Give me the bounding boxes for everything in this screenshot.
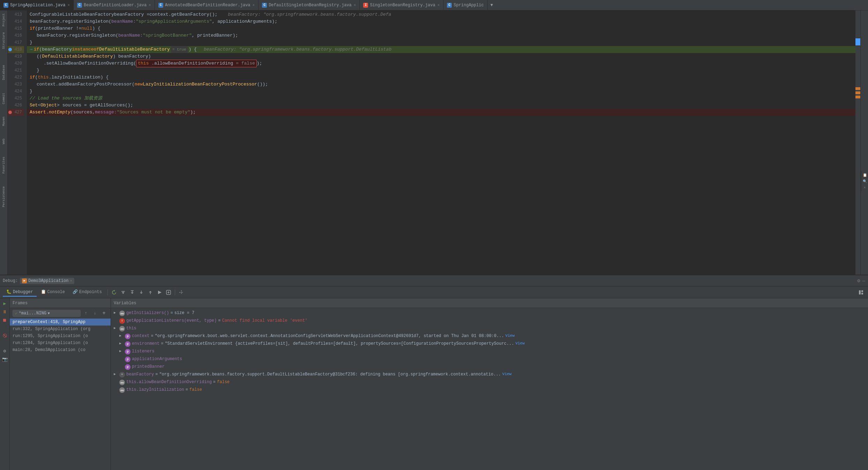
expand-listeners[interactable]: ▶ bbox=[119, 349, 125, 353]
variables-panel-header: Variables bbox=[111, 298, 868, 308]
frames-nav-up[interactable]: ↑ bbox=[82, 309, 90, 317]
var-item-getlisteners[interactable]: ▶ ! getApplicationListeners(event, type)… bbox=[111, 317, 868, 325]
frames-add[interactable]: + bbox=[100, 309, 108, 317]
tab-close-beandefinitionloader[interactable]: × bbox=[149, 3, 151, 7]
tab-overflow-button[interactable]: ▼ bbox=[488, 3, 496, 8]
thread-selector[interactable]: ✓ *mai...NING ▼ bbox=[13, 310, 81, 317]
debug-btn-run-cursor[interactable] bbox=[155, 288, 164, 297]
debug-btn-trace[interactable] bbox=[177, 288, 186, 297]
expand-appargs[interactable]: ▶ bbox=[119, 357, 125, 361]
var-name-environment: environment bbox=[132, 341, 159, 346]
tab-icon-singletonbeanregistry: I bbox=[363, 3, 368, 8]
var-item-beanfactory[interactable]: ▶ = beanFactory = "org.springframework.b… bbox=[111, 371, 868, 379]
var-eq-getinitializers: = bbox=[170, 311, 173, 315]
tab-defaultsingleton[interactable]: C DefaultSingletonBeanRegistry.java × bbox=[259, 0, 360, 10]
tab-close-springapplication[interactable]: × bbox=[67, 3, 70, 7]
right-gutter bbox=[855, 10, 860, 275]
debug-minimize-icon[interactable]: — bbox=[862, 278, 865, 284]
var-type-err-getlisteners: ! bbox=[119, 318, 125, 324]
var-item-environment[interactable]: ▶ p environment = "StandardServletEnviro… bbox=[111, 340, 868, 348]
debugger-tab-icon: 🐛 bbox=[6, 289, 12, 294]
debug-tab-debugger[interactable]: 🐛 Debugger bbox=[3, 288, 37, 297]
step-into-icon bbox=[130, 290, 135, 295]
var-item-listeners[interactable]: ▶ p listeners bbox=[111, 348, 868, 356]
debug-btn-evaluate[interactable] bbox=[164, 288, 173, 297]
redbox-420: this .allowBeanDefinitionOverriding = fa… bbox=[136, 60, 257, 67]
ctrl-pause[interactable]: ⏸ bbox=[1, 308, 9, 316]
line-num-422: 422 bbox=[8, 74, 24, 81]
sidebar-web[interactable]: Web bbox=[2, 137, 6, 146]
scroll-indicator-active bbox=[855, 38, 860, 45]
frame-item-4[interactable]: main:28, Demo3Application (co bbox=[10, 346, 111, 353]
debug-session[interactable]: ▶ Demo3Application × bbox=[20, 278, 74, 284]
sidebar-persistence[interactable]: Persistence bbox=[2, 185, 6, 208]
tab-annotatedbeandefinitionreader[interactable]: C AnnotatedBeanDefinitionReader.java × bbox=[155, 0, 259, 10]
endpoints-tab-icon: 🔗 bbox=[73, 289, 78, 294]
expand-beanfactory[interactable]: ▶ bbox=[114, 372, 119, 376]
debug-tab-label-console: Console bbox=[47, 290, 65, 294]
code-line-413: ConfigurableListableBeanFactory beanFact… bbox=[27, 11, 855, 18]
var-view-environment[interactable]: View bbox=[515, 341, 524, 345]
var-item-lazyinit[interactable]: ▶ oo this.lazyInitialization = false bbox=[111, 386, 868, 394]
var-eq-context: = bbox=[151, 334, 153, 338]
sidebar-maven[interactable]: Maven bbox=[2, 115, 6, 127]
frame-item-2[interactable]: run:1295, SpringApplication (o bbox=[10, 333, 111, 340]
ctrl-camera[interactable]: 📷 bbox=[1, 356, 9, 363]
frame-item-3[interactable]: run:1284, SpringApplication (o bbox=[10, 340, 111, 346]
frames-nav-down[interactable]: ↓ bbox=[91, 309, 99, 317]
var-view-beanfactory[interactable]: View bbox=[502, 372, 511, 376]
expand-context[interactable]: ▶ bbox=[119, 334, 125, 338]
sidebar-project[interactable]: Project bbox=[2, 12, 6, 28]
expand-this[interactable]: ▶ bbox=[114, 326, 119, 330]
debug-btn-layout[interactable] bbox=[857, 288, 865, 297]
sidebar-database[interactable]: Database bbox=[2, 64, 6, 81]
tab-springapplic[interactable]: C SpringApplic bbox=[443, 0, 487, 10]
frame-item-0[interactable]: prepareContext:418, SpringApp bbox=[10, 319, 111, 326]
var-item-appargs[interactable]: ▶ p applicationArguments bbox=[111, 356, 868, 363]
tab-springapplication[interactable]: C SpringApplication.java × bbox=[0, 0, 74, 10]
expand-allowoverride[interactable]: ▶ bbox=[114, 380, 119, 384]
tab-close-defaultsingleton[interactable]: × bbox=[354, 3, 356, 7]
ctrl-mute[interactable] bbox=[1, 332, 9, 340]
var-item-getinitializers[interactable]: ▶ oo getInitializers() = size = 7 bbox=[111, 309, 868, 317]
tab-close-singletonbeanregistry[interactable]: × bbox=[437, 3, 440, 7]
ctrl-settings[interactable]: ⚙ bbox=[1, 347, 9, 355]
debug-btn-rerun[interactable] bbox=[110, 288, 118, 297]
debug-btn-step-over[interactable] bbox=[119, 288, 127, 297]
editor-tabs: C SpringApplication.java × C BeanDefinit… bbox=[0, 0, 868, 10]
debug-btn-step-into-my[interactable] bbox=[137, 288, 145, 297]
expand-lazyinit[interactable]: ▶ bbox=[114, 387, 119, 391]
tab-close-annotated[interactable]: × bbox=[253, 3, 255, 7]
trace-icon bbox=[179, 290, 184, 295]
expand-environment[interactable]: ▶ bbox=[119, 341, 125, 345]
var-item-allowoverride[interactable]: ▶ oo this.allowBeanDefinitionOverriding … bbox=[111, 379, 868, 386]
debug-gear-icon[interactable]: ⚙ bbox=[857, 278, 860, 284]
debug-tab-console[interactable]: 📋 Console bbox=[37, 288, 68, 297]
debug-btn-step-into[interactable] bbox=[128, 288, 136, 297]
var-item-context[interactable]: ▶ p context = "org.springframework.boot.… bbox=[111, 333, 868, 340]
line-num-414: 414 bbox=[8, 18, 24, 25]
code-container[interactable]: 413 414 415 416 417 418 419 420 421 422 … bbox=[8, 10, 860, 275]
expand-printedbanner[interactable]: ▶ bbox=[119, 364, 125, 368]
var-item-this[interactable]: ▶ oo this bbox=[111, 325, 868, 333]
expand-getinitializers[interactable]: ▶ bbox=[114, 311, 119, 315]
debug-tab-endpoints[interactable]: 🔗 Endpoints bbox=[69, 288, 105, 297]
var-item-printedbanner[interactable]: ▶ p printedBanner bbox=[111, 363, 868, 371]
var-val-context: "org.springframework.boot.web.servlet.co… bbox=[155, 334, 504, 338]
sidebar-favorites[interactable]: Favorites bbox=[2, 155, 6, 175]
frame-item-1[interactable]: run:332, SpringApplication (org bbox=[10, 326, 111, 333]
ctrl-resume[interactable]: ▶ bbox=[1, 300, 9, 307]
debug-btn-step-out[interactable] bbox=[146, 288, 155, 297]
tab-beandefinitionloader[interactable]: C BeanDefinitionLoader.java × bbox=[74, 0, 155, 10]
var-view-context[interactable]: View bbox=[506, 334, 515, 338]
ctrl-stop[interactable]: ⏹ bbox=[1, 316, 9, 324]
var-eq-lazyinit: = bbox=[186, 387, 188, 392]
var-type-eq-beanfactory: = bbox=[119, 372, 125, 378]
sidebar-structure[interactable]: Structure bbox=[2, 31, 6, 51]
code-lines[interactable]: ConfigurableListableBeanFactory beanFact… bbox=[27, 10, 855, 275]
expand-getlisteners[interactable]: ▶ bbox=[114, 318, 119, 322]
debug-session-close[interactable]: × bbox=[70, 279, 72, 283]
debug-session-name: Demo3Application bbox=[28, 278, 68, 283]
tab-singletonbeanregistry[interactable]: I SingletonBeanRegistry.java × bbox=[360, 0, 443, 10]
sidebar-commit[interactable]: Commit bbox=[2, 91, 6, 105]
